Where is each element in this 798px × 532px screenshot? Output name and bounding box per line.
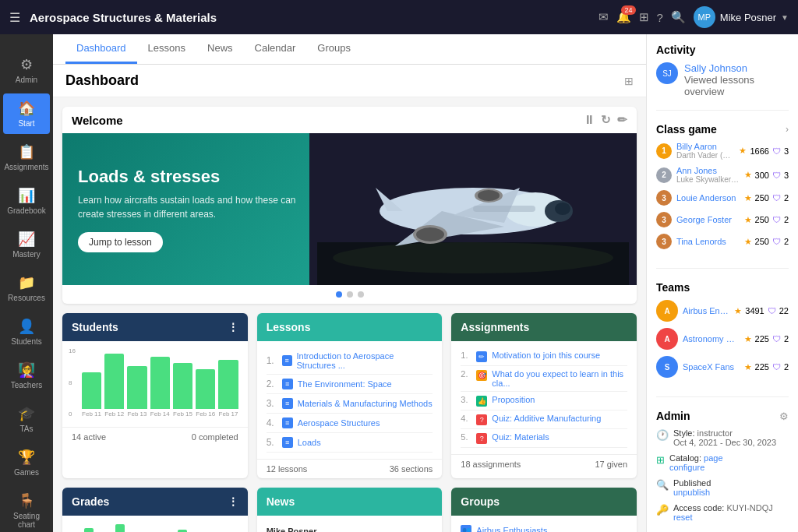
player-name-2[interactable]: Ann Jones [676, 166, 740, 175]
dot-2[interactable] [347, 291, 353, 298]
x-label-5: Feb 15 [173, 410, 192, 417]
dashboard-header: Dashboard ⊞ [53, 65, 646, 97]
sidebar-item-teachers[interactable]: 👩‍🏫 Teachers [3, 355, 50, 396]
tab-dashboard[interactable]: Dashboard [65, 34, 137, 64]
dot-3[interactable] [358, 291, 364, 298]
sidebar-item-admin[interactable]: ⚙ Admin [3, 50, 50, 90]
lesson-num-3: 3. [267, 398, 277, 409]
assign-text-3[interactable]: Proposition [492, 395, 535, 404]
lesson-text-3[interactable]: Materials & Manufacturing Methods [298, 399, 433, 408]
search-icon[interactable]: 🔍 [671, 10, 686, 24]
divider-2 [656, 268, 789, 269]
player-name-1[interactable]: Billy Aaron [676, 142, 734, 151]
mail-icon[interactable]: ✉ [598, 10, 609, 24]
tab-news[interactable]: News [196, 34, 244, 64]
team-stats-3: ★ 225 🛡 2 [744, 362, 789, 372]
tab-groups[interactable]: Groups [306, 34, 362, 64]
catalog-configure-link[interactable]: configure [669, 463, 704, 472]
catalog-page-link[interactable]: page [704, 453, 722, 463]
assign-text-1[interactable]: Motivation to join this course [492, 351, 600, 360]
sidebar-label-admin: Admin [16, 76, 37, 84]
lesson-text-2[interactable]: The Environment: Space [298, 379, 392, 389]
admin-access-content: Access code: KUYI-NDQJ reset [673, 503, 773, 522]
bell-icon[interactable]: 🔔24 [616, 10, 631, 24]
reset-link[interactable]: reset [673, 513, 692, 522]
sidebar-item-tas[interactable]: 🎓 TAs [3, 399, 50, 439]
player-stars-2: 300 [755, 171, 769, 180]
unpublish-link[interactable]: unpublish [673, 488, 710, 497]
content-area: Dashboard Lessons News Calendar Groups D… [53, 34, 798, 532]
assign-num-5: 5. [461, 432, 471, 442]
lesson-text-4[interactable]: Aerospace Structures [298, 418, 380, 428]
pause-icon[interactable]: ⏸ [583, 113, 595, 127]
tab-lessons[interactable]: Lessons [137, 34, 196, 64]
sidebar-item-games[interactable]: 🏆 Games [3, 442, 50, 483]
hamburger-icon[interactable]: ☰ [9, 10, 20, 25]
class-game-arrow[interactable]: › [786, 124, 789, 135]
refresh-icon[interactable]: ↻ [601, 113, 611, 127]
students-active: 14 active [72, 432, 106, 442]
lesson-text-5[interactable]: Loads [298, 438, 321, 447]
player-name-4[interactable]: George Foster [676, 215, 740, 224]
lessons-widget-header: Lessons [257, 313, 443, 341]
assign-text-2[interactable]: What do you expect to learn in this cla.… [492, 369, 627, 388]
sidebar-item-start[interactable]: 🏠 Start [3, 93, 50, 134]
carousel-dots [62, 285, 637, 304]
students-title: Students [72, 321, 118, 333]
grid-icon[interactable]: ⊞ [639, 10, 649, 24]
class-game-title: Class game [656, 123, 717, 136]
team-name-2[interactable]: Astronomy Wat... [683, 334, 740, 344]
welcome-text: Loads & stresses Learn how aircrafts sus… [78, 167, 312, 252]
team-name-3[interactable]: SpaceX Fans [683, 362, 740, 372]
lesson-num-4: 4. [267, 417, 277, 428]
team-name-1[interactable]: Airbus Enthusia... [683, 306, 729, 315]
tab-calendar[interactable]: Calendar [244, 34, 307, 64]
sidebar-item-assignments[interactable]: 📋 Assignments [3, 137, 50, 178]
game-stats-3: ★ 250 🛡 2 [744, 193, 789, 203]
chart-bars-container: Feb 11 Feb 12 Feb 13 Feb 14 Feb 15 Feb 1… [79, 347, 242, 417]
activity-content: Sally Johnson Viewed lessons overview [684, 62, 789, 97]
player-shields-1: 3 [784, 146, 789, 156]
help-icon[interactable]: ? [657, 11, 663, 24]
player-sub-1: Darth Vader (Ad... [676, 151, 734, 160]
lesson-text-1[interactable]: Introduction to Aerospace Structures ... [297, 351, 433, 370]
game-info-4: George Foster [676, 215, 740, 224]
admin-gear-icon[interactable]: ⚙ [779, 410, 789, 422]
key-icon: 🔑 [656, 504, 669, 516]
dot-1[interactable] [336, 291, 342, 298]
sidebar-item-students[interactable]: 👤 Students [3, 312, 50, 352]
lessons-sections: 36 sections [390, 464, 433, 474]
y-label-bottom: 0 [69, 410, 76, 417]
activity-user-name[interactable]: Sally Johnson [684, 62, 789, 74]
star-icon-5: ★ [744, 237, 752, 247]
students-menu-icon[interactable]: ⋮ [228, 321, 238, 333]
jump-to-lesson-button[interactable]: Jump to lesson [78, 232, 163, 252]
groups-title: Groups [461, 495, 500, 508]
svg-point-12 [478, 190, 500, 201]
group-text-1[interactable]: Airbus Enthusiasts [476, 526, 547, 532]
assign-text-5[interactable]: Quiz: Materials [492, 432, 549, 442]
sidebar-item-resources[interactable]: 📁 Resources [3, 268, 50, 308]
bar-5 [173, 363, 192, 409]
sidebar-item-gradebook[interactable]: 📊 Gradebook [3, 181, 50, 221]
game-player-2: 2 Ann Jones Luke Skywalker ... ★ 300 🛡 3 [656, 166, 789, 184]
grades-menu-icon[interactable]: ⋮ [228, 495, 238, 508]
team-avatar-3: S [656, 356, 678, 378]
player-shields-5: 2 [784, 237, 789, 246]
team-stars-3: 225 [755, 362, 769, 372]
x-label-1: Feb 11 [82, 410, 101, 417]
grades-body: 100 [62, 516, 248, 532]
assign-text-4[interactable]: Quiz: Additive Manufacturing [492, 414, 601, 423]
player-name-5[interactable]: Tina Lenords [676, 237, 740, 246]
team-star-1: ★ [734, 306, 742, 316]
grid-view-icon[interactable]: ⊞ [624, 75, 634, 87]
player-name-3[interactable]: Louie Anderson [676, 193, 740, 203]
edit-icon[interactable]: ✏ [617, 113, 627, 127]
banner-image [309, 133, 637, 285]
rank-badge-2: 2 [656, 167, 672, 183]
user-menu[interactable]: MP Mike Posner ▼ [694, 6, 789, 28]
list-item: 4. ? Quiz: Additive Manufacturing [461, 410, 627, 429]
team-shields-2: 2 [784, 334, 789, 344]
sidebar-item-seating[interactable]: 🪑 Seating chart [3, 486, 50, 532]
sidebar-item-mastery[interactable]: 📈 Mastery [3, 224, 50, 265]
